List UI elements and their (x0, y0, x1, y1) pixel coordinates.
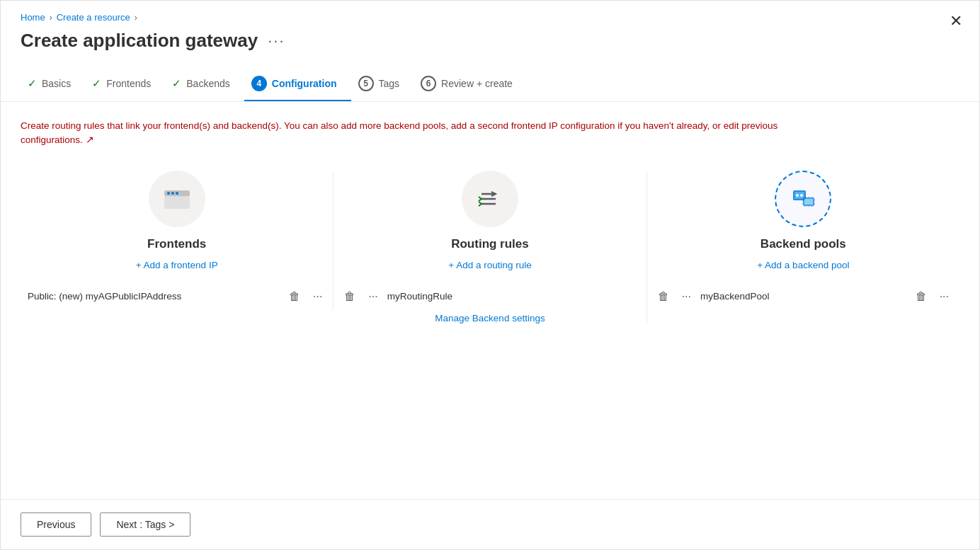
next-button[interactable]: Next : Tags > (100, 512, 190, 537)
backend-pool-item-row: 🗑 ··· myBackendPool 🗑 ··· (654, 283, 952, 310)
frontend-more-button[interactable]: ··· (309, 289, 326, 304)
tab-basics[interactable]: ✓ Basics (21, 70, 85, 100)
add-routing-rule-link[interactable]: + Add a routing rule (448, 260, 531, 270)
backend-pools-title: Backend pools (760, 237, 846, 251)
svg-point-11 (800, 194, 803, 197)
panel-footer: Previous Next : Tags > (1, 499, 979, 549)
svg-point-10 (796, 194, 799, 197)
tab-configuration[interactable]: 4 Configuration (244, 69, 351, 101)
configuration-step-icon: 4 (251, 76, 267, 91)
title-row: Create application gateway ··· (21, 30, 959, 52)
backend-pools-column: Backend pools + Add a backend pool 🗑 ···… (647, 171, 959, 310)
tab-backends-label: Backends (186, 78, 229, 89)
tags-step-icon: 5 (358, 76, 374, 91)
routing-rules-title: Routing rules (451, 237, 529, 251)
backend-pool-item-label: myBackendPool (700, 291, 906, 302)
tab-basics-label: Basics (42, 78, 71, 89)
frontends-icon-wrap (149, 171, 205, 227)
add-frontend-ip-link[interactable]: + Add a frontend IP (136, 260, 218, 270)
breadcrumb-sep1: › (50, 13, 52, 23)
svg-point-2 (167, 192, 170, 195)
panel-header: Home › Create a resource › Create applic… (1, 1, 979, 52)
more-options-button[interactable]: ··· (268, 32, 285, 50)
tab-review-label: Review + create (441, 78, 513, 89)
frontends-column: Frontends + Add a frontend IP Public: (n… (21, 171, 334, 310)
routing-rules-column: Routing rules + Add a routing rule 🗑 ···… (334, 171, 646, 323)
add-backend-pool-link[interactable]: + Add a backend pool (757, 260, 849, 270)
backend-pool-trailing-more-button[interactable]: ··· (936, 289, 952, 304)
close-button[interactable]: ✕ (950, 13, 962, 29)
tab-configuration-label: Configuration (272, 78, 337, 89)
backends-check-icon: ✓ (172, 77, 181, 90)
frontends-icon (161, 183, 193, 214)
svg-point-4 (176, 192, 178, 195)
frontend-item-label: Public: (new) myAGPublicIPAddress (28, 291, 280, 302)
breadcrumb-home[interactable]: Home (21, 12, 45, 23)
tab-frontends[interactable]: ✓ Frontends (85, 70, 165, 100)
routing-rule-item-row: 🗑 ··· myRoutingRule (341, 283, 639, 310)
routing-rule-more-button[interactable]: ··· (365, 289, 381, 304)
wizard-tabs: ✓ Basics ✓ Frontends ✓ Backends 4 Config… (1, 52, 979, 102)
breadcrumb-sep2: › (135, 13, 137, 23)
tab-tags-label: Tags (379, 78, 400, 89)
svg-rect-13 (804, 199, 813, 205)
backend-pool-more-button[interactable]: ··· (678, 289, 695, 304)
tab-tags[interactable]: 5 Tags (351, 69, 414, 101)
frontends-title: Frontends (147, 237, 206, 251)
backend-pools-icon (787, 183, 819, 214)
tab-backends[interactable]: ✓ Backends (165, 70, 244, 100)
info-text: Create routing rules that link your fron… (21, 119, 799, 148)
frontends-check-icon: ✓ (92, 77, 101, 90)
configuration-columns: Frontends + Add a frontend IP Public: (n… (21, 171, 959, 323)
previous-button[interactable]: Previous (21, 512, 91, 537)
backend-pool-trailing-delete-button[interactable]: 🗑 (912, 289, 930, 304)
manage-backend-settings-link[interactable]: Manage Backend settings (435, 313, 545, 323)
routing-rule-item-label: myRoutingRule (387, 291, 639, 302)
breadcrumb-create-resource[interactable]: Create a resource (57, 12, 130, 23)
routing-rule-delete-button[interactable]: 🗑 (341, 289, 359, 304)
backend-pools-icon-wrap (775, 171, 831, 227)
panel-body: Create routing rules that link your fron… (1, 102, 979, 499)
tab-review[interactable]: 6 Review + create (414, 69, 527, 101)
review-step-icon: 6 (421, 76, 436, 91)
breadcrumb: Home › Create a resource › (21, 12, 959, 23)
routing-icon-wrap (462, 171, 518, 227)
routing-rules-icon (474, 183, 506, 214)
page-title: Create application gateway (21, 30, 258, 52)
basics-check-icon: ✓ (28, 77, 37, 90)
frontend-item-row: Public: (new) myAGPublicIPAddress 🗑 ··· (28, 283, 326, 310)
frontend-delete-button[interactable]: 🗑 (285, 289, 304, 304)
create-app-gateway-panel: Home › Create a resource › Create applic… (0, 0, 980, 550)
svg-point-3 (171, 192, 174, 195)
tab-frontends-label: Frontends (106, 78, 151, 89)
backend-pool-delete-button[interactable]: 🗑 (654, 289, 673, 304)
